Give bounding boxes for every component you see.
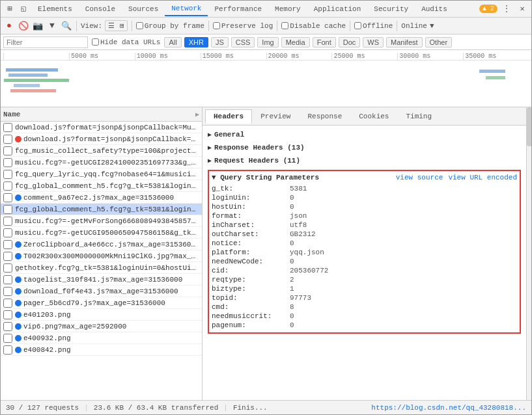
- filter-ws-btn[interactable]: WS: [363, 37, 384, 47]
- row-checkbox[interactable]: [3, 146, 12, 155]
- param-value: 0: [290, 194, 517, 202]
- request-name: download.js?format=jsonp&jsonpCallback=M…: [15, 124, 199, 131]
- more-menu-icon[interactable]: ⋮: [500, 3, 513, 16]
- tab-performance[interactable]: Performance: [208, 3, 268, 16]
- row-checkbox[interactable]: [3, 205, 12, 214]
- request-row[interactable]: T002R300x300M000000MkMni19ClKG.jpg?max_a…: [1, 250, 202, 262]
- search-button[interactable]: 🔍: [61, 20, 72, 32]
- view-url-encoded-link[interactable]: view URL encoded: [448, 174, 517, 181]
- row-checkbox[interactable]: [3, 193, 12, 202]
- request-headers-section-header[interactable]: ▶ Request Headers (11): [203, 154, 526, 167]
- clear-button[interactable]: 🚫: [18, 20, 29, 32]
- request-row[interactable]: musicu.fcg?=-getUCGI282410002351697733&g…: [1, 157, 202, 168]
- filter-doc-btn[interactable]: Doc: [339, 37, 361, 47]
- row-checkbox[interactable]: [3, 334, 12, 343]
- filter-manifest-btn[interactable]: Manifest: [386, 37, 423, 47]
- request-row[interactable]: e400932.png: [1, 332, 202, 344]
- hide-data-urls-checkbox[interactable]: Hide data URLs: [92, 38, 160, 46]
- row-checkbox[interactable]: [3, 135, 12, 144]
- tab-sources[interactable]: Sources: [122, 3, 165, 16]
- param-row-biztype: biztype: 1: [212, 284, 517, 293]
- tab-timing[interactable]: Timing: [397, 109, 440, 123]
- tab-network[interactable]: Network: [165, 2, 208, 16]
- filter-all-btn[interactable]: All: [164, 37, 181, 47]
- filter-img-btn[interactable]: Img: [257, 37, 278, 47]
- separator-5: [350, 21, 350, 31]
- filter-xhr-btn[interactable]: XHR: [184, 37, 208, 47]
- tab-preview[interactable]: Preview: [252, 109, 299, 123]
- request-row[interactable]: vip6.png?max_age=2592000: [1, 321, 202, 332]
- request-row[interactable]: musicu.fcg?=-getMvForSong666808949384585…: [1, 215, 202, 227]
- tab-response[interactable]: Response: [299, 109, 350, 123]
- close-icon[interactable]: ✕: [516, 3, 529, 16]
- row-checkbox[interactable]: [3, 263, 12, 273]
- row-checkbox[interactable]: [3, 123, 12, 132]
- row-checkbox[interactable]: [3, 158, 12, 167]
- request-row[interactable]: ZeroClipboard_a4e66cc.js?max_age=3153600…: [1, 239, 202, 250]
- param-key: topid:: [212, 294, 290, 302]
- request-row-selected[interactable]: fcg_global_comment_h5.fcg?g_tk=5381&logi…: [1, 204, 202, 215]
- request-row[interactable]: e401203.png: [1, 309, 202, 321]
- row-checkbox[interactable]: [3, 252, 12, 261]
- response-headers-section-header[interactable]: ▶ Response Headers (13): [203, 141, 526, 154]
- row-checkbox[interactable]: [3, 322, 12, 331]
- devtools-menu-icon[interactable]: ⊞: [3, 3, 16, 16]
- row-checkbox[interactable]: [3, 299, 12, 308]
- param-value: GB2312: [290, 230, 517, 238]
- row-checkbox[interactable]: [3, 345, 12, 355]
- row-checkbox[interactable]: [3, 181, 12, 191]
- timeline-requests: [1, 60, 531, 100]
- request-row[interactable]: musicu.fcg?=-getUCGI9500650947586158&g_t…: [1, 227, 202, 239]
- camera-button[interactable]: 📷: [32, 20, 44, 32]
- request-row[interactable]: download_f0f4e43.js?max_age=31536000: [1, 286, 202, 297]
- row-checkbox[interactable]: [3, 228, 12, 237]
- request-row[interactable]: fcg_global_comment_h5.fcg?g_tk=5381&logi…: [1, 180, 202, 192]
- scrollbar[interactable]: [526, 107, 531, 400]
- request-row[interactable]: comment_9a67ec2.js?max_age=31536000: [1, 192, 202, 204]
- filter-other-btn[interactable]: Other: [425, 37, 453, 47]
- disable-cache-checkbox[interactable]: Disable cache: [281, 22, 346, 30]
- status-link[interactable]: https://blog.csdn.net/qq_43280818...: [371, 404, 526, 412]
- tab-headers[interactable]: Headers: [205, 109, 252, 124]
- general-section-header[interactable]: ▶ General: [203, 128, 526, 141]
- tab-application[interactable]: Application: [307, 3, 368, 16]
- row-checkbox[interactable]: [3, 310, 12, 319]
- filter-input[interactable]: [3, 36, 88, 48]
- group-by-frame-checkbox[interactable]: Group by frame: [136, 22, 204, 30]
- request-row[interactable]: taogelist_310f841.js?max_age=31536000: [1, 274, 202, 286]
- warning-badge[interactable]: ▲ 2: [479, 5, 497, 13]
- param-key: g_tk:: [212, 185, 290, 193]
- request-row[interactable]: e400842.png: [1, 344, 202, 356]
- filter-js-btn[interactable]: JS: [211, 37, 229, 47]
- row-checkbox[interactable]: [3, 287, 12, 296]
- tab-security[interactable]: Security: [367, 3, 415, 16]
- dock-icon[interactable]: ◱: [17, 3, 30, 16]
- view-list-icon[interactable]: ☰: [105, 21, 117, 31]
- row-checkbox[interactable]: [3, 217, 12, 226]
- record-button[interactable]: ●: [3, 20, 15, 32]
- filter-font-btn[interactable]: Font: [313, 37, 336, 47]
- filter-css-btn[interactable]: CSS: [231, 37, 255, 47]
- request-row[interactable]: download.js?format=jsonp&jsonpCallback=M…: [1, 122, 202, 133]
- tab-console[interactable]: Console: [79, 3, 122, 16]
- row-checkbox[interactable]: [3, 170, 12, 179]
- request-row[interactable]: download.js?format=jsonp&jsonpCallback=M…: [1, 133, 202, 145]
- filter-media-btn[interactable]: Media: [281, 37, 310, 47]
- tab-audits[interactable]: Audits: [415, 3, 454, 16]
- tab-memory[interactable]: Memory: [268, 3, 307, 16]
- dropdown-icon[interactable]: ▼: [430, 22, 434, 30]
- request-row[interactable]: pager_5b6cd79.js?max_age=31536000: [1, 297, 202, 309]
- row-checkbox[interactable]: [3, 240, 12, 249]
- param-row-notice: notice: 0: [212, 239, 517, 248]
- view-waterfall-icon[interactable]: ⊞: [117, 21, 127, 31]
- request-row[interactable]: fcg_music_collect_safety?type=100&projec…: [1, 145, 202, 157]
- tab-cookies[interactable]: Cookies: [350, 109, 397, 123]
- request-row[interactable]: gethotkey.fcg?g_tk=5381&loginUin=0&hostU…: [1, 262, 202, 274]
- offline-checkbox[interactable]: Offline: [354, 22, 393, 30]
- tab-elements[interactable]: Elements: [31, 3, 79, 16]
- filter-button[interactable]: ▼: [46, 20, 58, 32]
- row-checkbox[interactable]: [3, 275, 12, 284]
- request-row[interactable]: fcg_query_lyric_yqq.fcg?nobase64=1&music…: [1, 168, 202, 180]
- view-source-link[interactable]: view source: [396, 174, 443, 181]
- preserve-log-checkbox[interactable]: Preserve log: [213, 22, 273, 30]
